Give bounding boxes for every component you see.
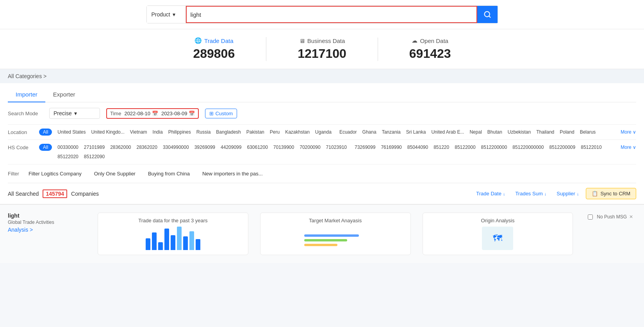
sync-icon: 📋 — [592, 191, 598, 197]
loc-th[interactable]: Thailand — [535, 129, 556, 136]
hs-code-more-link[interactable]: More ∨ — [621, 144, 636, 150]
search-mode-select[interactable]: Precise ▾ — [49, 108, 100, 119]
loc-by[interactable]: Belarus — [578, 129, 598, 136]
hs-00330000[interactable]: 00330000 — [56, 144, 80, 151]
hs-28362020[interactable]: 28362020 — [135, 144, 159, 151]
loc-tz[interactable]: Tanzania — [380, 129, 402, 136]
loc-gh[interactable]: Ghana — [361, 129, 378, 136]
bar-4 — [164, 229, 169, 250]
line-chart-svg — [304, 227, 367, 250]
search-type-select[interactable]: Product ▾ — [147, 6, 186, 23]
search-input[interactable] — [186, 6, 477, 23]
analysis-left: light Global Trade Activities Analysis > — [8, 213, 86, 233]
loc-ug[interactable]: Uganda — [314, 129, 333, 136]
hs-8512200000[interactable]: 8512200000 — [480, 144, 509, 151]
loc-uk[interactable]: United Kingdo... — [89, 129, 126, 136]
location-more-link[interactable]: More ∨ — [621, 129, 636, 135]
hs-28362000[interactable]: 28362000 — [109, 144, 132, 151]
tab-importer[interactable]: Importer — [8, 87, 45, 102]
search-bar: Product ▾ — [146, 5, 498, 23]
sort-trade-date[interactable]: Trade Date ↓ — [473, 189, 508, 198]
start-date-cal-icon[interactable]: 📅 — [152, 111, 158, 116]
bar-2 — [152, 232, 157, 250]
analysis-keyword: light — [8, 213, 86, 219]
chip-buying-china[interactable]: Buying from China — [145, 169, 193, 178]
no-push-close-icon[interactable]: ✕ — [629, 214, 633, 220]
analysis-card-market: Target Market Anayasis — [260, 213, 411, 255]
time-filter-group: Time 2022-08-10 📅 2023-08-09 📅 — [106, 108, 199, 119]
hs-63061200[interactable]: 63061200 — [245, 144, 269, 151]
results-count: 145794 — [43, 189, 67, 198]
hs-85122020[interactable]: 85122020 — [56, 153, 80, 160]
hs-44209099[interactable]: 44209099 — [219, 144, 243, 151]
sort-supplier[interactable]: Supplier ↓ — [553, 189, 582, 198]
hs-76169990[interactable]: 76169990 — [379, 144, 403, 151]
end-date-input[interactable]: 2023-08-09 📅 — [161, 111, 195, 116]
search-button[interactable] — [477, 6, 498, 23]
hs-851220[interactable]: 851220 — [432, 144, 451, 151]
hs-71023910[interactable]: 71023910 — [325, 144, 348, 151]
stat-business-data-title: 🖥 Business Data — [298, 38, 346, 44]
no-push-msg: No Push MSG ✕ — [585, 213, 636, 221]
loc-bt[interactable]: Bhutan — [486, 129, 504, 136]
trade-bar-chart — [103, 227, 243, 250]
hs-39269099[interactable]: 39269099 — [193, 144, 217, 151]
no-push-checkbox[interactable] — [588, 214, 593, 220]
hs-85122000[interactable]: 85122000 — [453, 144, 477, 151]
custom-grid-icon: ⊞ — [209, 111, 214, 116]
analysis-section: light Global Trade Activities Analysis >… — [0, 204, 644, 263]
sync-to-crm-button[interactable]: 📋 Sync to CRM — [586, 188, 636, 199]
hs-70200090[interactable]: 70200090 — [298, 144, 322, 151]
chip-new-importers[interactable]: New importers in the pas... — [199, 169, 266, 178]
loc-vn[interactable]: Vietnam — [128, 129, 149, 136]
stat-open-data-title: ☁ Open Data — [409, 37, 451, 44]
stat-business-data-value: 1217100 — [298, 46, 346, 61]
hs-73269099[interactable]: 73269099 — [353, 144, 377, 151]
hs-85044090[interactable]: 85044090 — [406, 144, 430, 151]
hs-85122010[interactable]: 85122010 — [579, 144, 603, 151]
loc-ru[interactable]: Russia — [195, 129, 212, 136]
loc-in[interactable]: India — [151, 129, 164, 136]
main-content: Importer Exporter Search Mode Precise ▾ … — [0, 83, 644, 183]
analysis-card-market-title: Target Market Anayasis — [265, 218, 406, 223]
loc-pl[interactable]: Poland — [558, 129, 576, 136]
sync-label: Sync to CRM — [600, 191, 630, 197]
analysis-title: Global Trade Activities — [8, 220, 86, 225]
custom-button[interactable]: ⊞ Custom — [205, 109, 237, 118]
hs-3304990000[interactable]: 3304990000 — [161, 144, 191, 151]
tab-exporter[interactable]: Exporter — [45, 87, 83, 102]
loc-us[interactable]: United States — [56, 129, 87, 136]
map-placeholder: 🗺 — [482, 227, 513, 250]
hs-70139900[interactable]: 70139900 — [272, 144, 296, 151]
loc-np[interactable]: Nepal — [468, 129, 483, 136]
chip-one-supplier[interactable]: Only One Supplier — [91, 169, 139, 178]
loc-bd[interactable]: Bangladesh — [214, 129, 242, 136]
hs-85122090[interactable]: 85122090 — [82, 153, 106, 160]
hs-851220000000[interactable]: 851220000000 — [511, 144, 545, 151]
loc-lk[interactable]: Sri Lanka — [405, 129, 428, 136]
hs-27101989[interactable]: 27101989 — [82, 144, 106, 151]
loc-ae[interactable]: United Arab E... — [430, 129, 466, 136]
categories-bar[interactable]: All Categories > — [0, 69, 644, 83]
loc-ec[interactable]: Ecuador — [338, 129, 359, 136]
no-push-label: No Push MSG — [597, 214, 627, 220]
filters-row: Search Mode Precise ▾ Time 2022-08-10 📅 … — [8, 102, 636, 125]
analysis-link[interactable]: Analysis > — [8, 227, 86, 233]
end-date-cal-icon[interactable]: 📅 — [189, 111, 195, 116]
sort-trades-sum[interactable]: Trades Sum ↓ — [512, 189, 549, 198]
hs-8512200009[interactable]: 8512200009 — [548, 144, 577, 151]
analysis-card-origin-title: Origin Analysis — [428, 218, 568, 223]
loc-ph[interactable]: Philippines — [167, 129, 193, 136]
location-all-tag[interactable]: All — [39, 129, 52, 136]
chip-filter-logistics[interactable]: Filter Logitics Company — [25, 169, 85, 178]
time-label: Time — [110, 111, 121, 116]
loc-pe[interactable]: Peru — [268, 129, 281, 136]
loc-uz[interactable]: Uzbekistan — [506, 129, 532, 136]
loc-kz[interactable]: Kazakhstan — [284, 129, 311, 136]
stat-trade-data-title: 🌐 Trade Data — [193, 37, 235, 44]
loc-pk[interactable]: Pakistan — [245, 129, 266, 136]
bar-9 — [196, 239, 200, 250]
hs-code-all-tag[interactable]: All — [39, 144, 52, 151]
start-date-input[interactable]: 2022-08-10 📅 — [124, 111, 158, 116]
svg-rect-4 — [304, 244, 337, 246]
